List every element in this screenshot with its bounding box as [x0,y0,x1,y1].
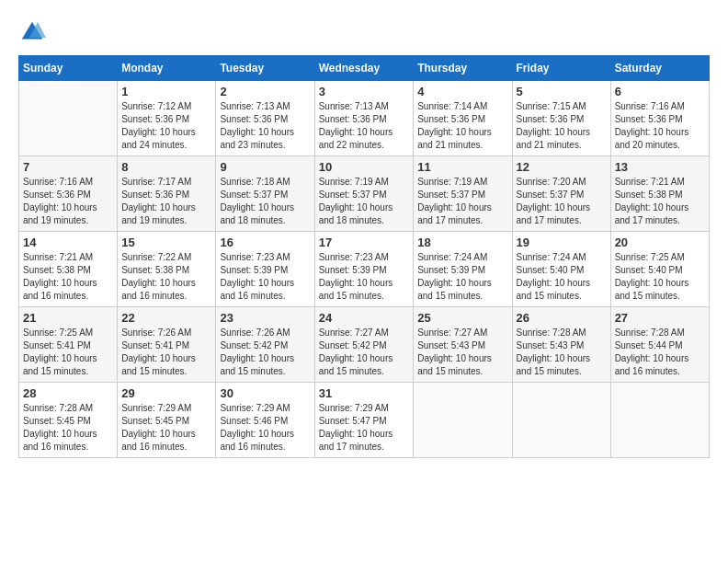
calendar-cell: 6Sunrise: 7:16 AMSunset: 5:36 PMDaylight… [610,81,709,156]
calendar-cell: 12Sunrise: 7:20 AMSunset: 5:37 PMDayligh… [512,156,610,232]
day-info: Sunrise: 7:28 AMSunset: 5:43 PMDaylight:… [517,327,607,378]
calendar-cell: 9Sunrise: 7:18 AMSunset: 5:37 PMDaylight… [216,156,314,232]
day-info: Sunrise: 7:26 AMSunset: 5:42 PMDaylight:… [220,327,310,378]
day-info: Sunrise: 7:27 AMSunset: 5:42 PMDaylight:… [319,327,410,378]
day-info: Sunrise: 7:27 AMSunset: 5:43 PMDaylight:… [417,327,507,378]
day-info: Sunrise: 7:29 AMSunset: 5:47 PMDaylight:… [319,402,410,454]
page-header [18,18,710,46]
header-tuesday: Tuesday [216,56,314,81]
day-info: Sunrise: 7:14 AMSunset: 5:36 PMDaylight:… [417,100,507,152]
day-number: 10 [319,160,410,174]
day-number: 23 [220,311,310,325]
header-saturday: Saturday [610,56,709,81]
calendar-cell [512,383,610,458]
calendar-cell: 3Sunrise: 7:13 AMSunset: 5:36 PMDaylight… [314,81,414,156]
calendar-header-row: SundayMondayTuesdayWednesdayThursdayFrid… [19,56,710,81]
day-number: 28 [23,386,113,400]
day-info: Sunrise: 7:15 AMSunset: 5:36 PMDaylight:… [517,100,607,152]
day-number: 6 [615,85,705,98]
calendar-week-row: 1Sunrise: 7:12 AMSunset: 5:36 PMDaylight… [19,81,710,156]
day-info: Sunrise: 7:24 AMSunset: 5:39 PMDaylight:… [417,251,507,303]
calendar-cell: 26Sunrise: 7:28 AMSunset: 5:43 PMDayligh… [512,307,610,383]
calendar-week-row: 14Sunrise: 7:21 AMSunset: 5:38 PMDayligh… [19,232,710,307]
day-number: 3 [319,85,410,98]
day-number: 8 [121,160,211,174]
day-info: Sunrise: 7:28 AMSunset: 5:45 PMDaylight:… [23,402,113,454]
day-info: Sunrise: 7:17 AMSunset: 5:36 PMDaylight:… [121,176,211,227]
day-info: Sunrise: 7:23 AMSunset: 5:39 PMDaylight:… [319,251,410,303]
calendar-cell: 17Sunrise: 7:23 AMSunset: 5:39 PMDayligh… [314,232,414,307]
calendar-cell: 14Sunrise: 7:21 AMSunset: 5:38 PMDayligh… [19,232,118,307]
day-number: 5 [517,85,607,98]
logo-icon [18,18,46,46]
calendar-cell: 21Sunrise: 7:25 AMSunset: 5:41 PMDayligh… [19,307,118,383]
calendar-cell: 13Sunrise: 7:21 AMSunset: 5:38 PMDayligh… [610,156,709,232]
day-info: Sunrise: 7:25 AMSunset: 5:40 PMDaylight:… [615,251,705,303]
header-thursday: Thursday [414,56,512,81]
day-info: Sunrise: 7:16 AMSunset: 5:36 PMDaylight:… [615,100,705,152]
day-info: Sunrise: 7:21 AMSunset: 5:38 PMDaylight:… [615,176,705,227]
header-sunday: Sunday [19,56,118,81]
day-number: 30 [220,386,310,400]
day-info: Sunrise: 7:12 AMSunset: 5:36 PMDaylight:… [121,100,211,152]
day-number: 29 [121,386,211,400]
day-info: Sunrise: 7:18 AMSunset: 5:37 PMDaylight:… [220,176,310,227]
calendar-table: SundayMondayTuesdayWednesdayThursdayFrid… [18,55,710,458]
day-number: 27 [615,311,705,325]
calendar-week-row: 21Sunrise: 7:25 AMSunset: 5:41 PMDayligh… [19,307,710,383]
day-info: Sunrise: 7:20 AMSunset: 5:37 PMDaylight:… [517,176,607,227]
calendar-cell: 8Sunrise: 7:17 AMSunset: 5:36 PMDaylight… [118,156,216,232]
day-number: 19 [517,236,607,249]
day-info: Sunrise: 7:24 AMSunset: 5:40 PMDaylight:… [517,251,607,303]
day-number: 1 [121,85,211,98]
calendar-cell [610,383,709,458]
calendar-cell: 2Sunrise: 7:13 AMSunset: 5:36 PMDaylight… [216,81,314,156]
calendar-cell: 7Sunrise: 7:16 AMSunset: 5:36 PMDaylight… [19,156,118,232]
day-number: 16 [220,236,310,249]
calendar-cell: 16Sunrise: 7:23 AMSunset: 5:39 PMDayligh… [216,232,314,307]
day-number: 22 [121,311,211,325]
day-info: Sunrise: 7:25 AMSunset: 5:41 PMDaylight:… [23,327,113,378]
day-number: 11 [417,160,507,174]
calendar-cell: 4Sunrise: 7:14 AMSunset: 5:36 PMDaylight… [414,81,512,156]
day-info: Sunrise: 7:13 AMSunset: 5:36 PMDaylight:… [319,100,410,152]
day-info: Sunrise: 7:29 AMSunset: 5:45 PMDaylight:… [121,402,211,454]
day-number: 12 [517,160,607,174]
day-number: 20 [615,236,705,249]
day-number: 9 [220,160,310,174]
calendar-cell: 31Sunrise: 7:29 AMSunset: 5:47 PMDayligh… [314,383,414,458]
day-info: Sunrise: 7:19 AMSunset: 5:37 PMDaylight:… [417,176,507,227]
calendar-cell: 24Sunrise: 7:27 AMSunset: 5:42 PMDayligh… [314,307,414,383]
calendar-cell: 20Sunrise: 7:25 AMSunset: 5:40 PMDayligh… [610,232,709,307]
day-number: 7 [23,160,113,174]
logo [18,18,50,46]
calendar-cell [19,81,118,156]
day-number: 17 [319,236,410,249]
calendar-cell: 29Sunrise: 7:29 AMSunset: 5:45 PMDayligh… [118,383,216,458]
header-wednesday: Wednesday [314,56,414,81]
day-info: Sunrise: 7:26 AMSunset: 5:41 PMDaylight:… [121,327,211,378]
calendar-cell: 18Sunrise: 7:24 AMSunset: 5:39 PMDayligh… [414,232,512,307]
calendar-cell: 28Sunrise: 7:28 AMSunset: 5:45 PMDayligh… [19,383,118,458]
calendar-cell: 23Sunrise: 7:26 AMSunset: 5:42 PMDayligh… [216,307,314,383]
calendar-cell: 22Sunrise: 7:26 AMSunset: 5:41 PMDayligh… [118,307,216,383]
calendar-cell: 10Sunrise: 7:19 AMSunset: 5:37 PMDayligh… [314,156,414,232]
calendar-cell: 25Sunrise: 7:27 AMSunset: 5:43 PMDayligh… [414,307,512,383]
calendar-cell: 1Sunrise: 7:12 AMSunset: 5:36 PMDaylight… [118,81,216,156]
day-number: 13 [615,160,705,174]
calendar-cell: 30Sunrise: 7:29 AMSunset: 5:46 PMDayligh… [216,383,314,458]
day-number: 14 [23,236,113,249]
day-info: Sunrise: 7:29 AMSunset: 5:46 PMDaylight:… [220,402,310,454]
calendar-week-row: 28Sunrise: 7:28 AMSunset: 5:45 PMDayligh… [19,383,710,458]
day-number: 4 [417,85,507,98]
day-number: 31 [319,386,410,400]
calendar-cell: 19Sunrise: 7:24 AMSunset: 5:40 PMDayligh… [512,232,610,307]
calendar-cell: 27Sunrise: 7:28 AMSunset: 5:44 PMDayligh… [610,307,709,383]
day-info: Sunrise: 7:28 AMSunset: 5:44 PMDaylight:… [615,327,705,378]
day-number: 26 [517,311,607,325]
header-monday: Monday [118,56,216,81]
day-info: Sunrise: 7:21 AMSunset: 5:38 PMDaylight:… [23,251,113,303]
calendar-cell: 5Sunrise: 7:15 AMSunset: 5:36 PMDaylight… [512,81,610,156]
day-number: 25 [417,311,507,325]
header-friday: Friday [512,56,610,81]
